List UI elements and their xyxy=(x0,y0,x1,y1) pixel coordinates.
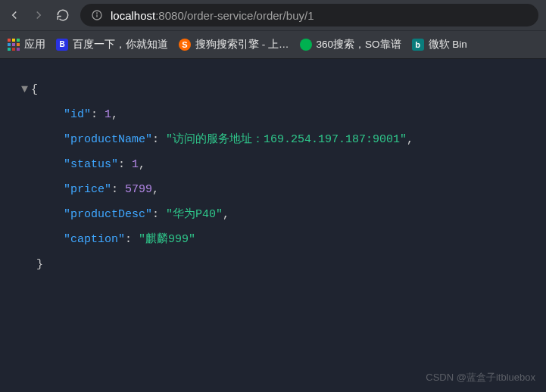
bookmark-label: 360搜索，SO靠谱 xyxy=(317,38,401,51)
url-text: localhost:8080/order-service/order/buy/1 xyxy=(111,9,314,22)
watermark: CSDN @蓝盒子itbluebox xyxy=(426,371,535,384)
bookmark-baidu[interactable]: B 百度一下，你就知道 xyxy=(56,38,168,51)
bookmark-bing[interactable]: b 微软 Bin xyxy=(412,38,467,51)
forward-button[interactable] xyxy=(32,8,45,22)
json-close: } xyxy=(21,252,532,277)
collapse-toggle[interactable]: ▼ xyxy=(21,83,28,96)
back-button[interactable] xyxy=(8,8,21,22)
json-value: 1 xyxy=(105,108,111,121)
json-key: "price" xyxy=(64,183,111,196)
bookmark-360[interactable]: 360搜索，SO靠谱 xyxy=(300,38,401,51)
address-bar: localhost:8080/order-service/order/buy/1 xyxy=(0,0,546,30)
apps-icon xyxy=(8,39,20,51)
apps-button[interactable]: 应用 xyxy=(8,38,45,51)
url-input[interactable]: localhost:8080/order-service/order/buy/1 xyxy=(80,4,538,26)
baidu-icon: B xyxy=(56,39,68,51)
info-icon xyxy=(91,9,103,21)
json-value: 5799 xyxy=(125,183,152,196)
bookmarks-bar: 应用 B 百度一下，你就知道 S 搜狗搜索引擎 - 上… 360搜索，SO靠谱 … xyxy=(0,30,546,59)
json-row-productName: "productName": "访问的服务地址：169.254.197.187:… xyxy=(21,127,532,152)
json-row-status: "status": 1, xyxy=(21,152,532,177)
bookmark-label: 微软 Bin xyxy=(429,38,467,51)
bookmark-sogou[interactable]: S 搜狗搜索引擎 - 上… xyxy=(179,38,289,51)
svg-point-2 xyxy=(97,13,98,14)
json-value: "麒麟999" xyxy=(139,233,195,246)
json-row-caption: "caption": "麒麟999" xyxy=(21,227,532,252)
json-value: 1 xyxy=(132,158,139,171)
bookmark-label: 搜狗搜索引擎 - 上… xyxy=(195,38,289,51)
json-key: "caption" xyxy=(64,233,125,246)
json-key: "id" xyxy=(64,108,91,121)
json-value: "华为P40" xyxy=(166,208,223,221)
reload-button[interactable] xyxy=(56,8,70,22)
json-key: "productDesc" xyxy=(64,208,152,221)
url-host: localhost xyxy=(111,9,155,22)
json-key: "status" xyxy=(64,158,118,171)
json-row-price: "price": 5799, xyxy=(21,177,532,202)
bookmark-label: 百度一下，你就知道 xyxy=(73,38,168,51)
sogou-icon: S xyxy=(179,39,191,51)
bing-icon: b xyxy=(412,39,424,51)
json-row-productDesc: "productDesc": "华为P40", xyxy=(21,202,532,227)
d360-icon xyxy=(300,39,312,51)
apps-label: 应用 xyxy=(24,38,45,51)
json-row-id: "id": 1, xyxy=(21,102,532,127)
json-key: "productName" xyxy=(64,133,152,146)
json-viewer: ▼{ "id": 1, "productName": "访问的服务地址：169.… xyxy=(0,59,546,277)
json-open: ▼{ xyxy=(21,77,532,102)
url-path: :8080/order-service/order/buy/1 xyxy=(155,9,314,22)
json-value: "访问的服务地址：169.254.197.187:9001" xyxy=(166,133,407,146)
